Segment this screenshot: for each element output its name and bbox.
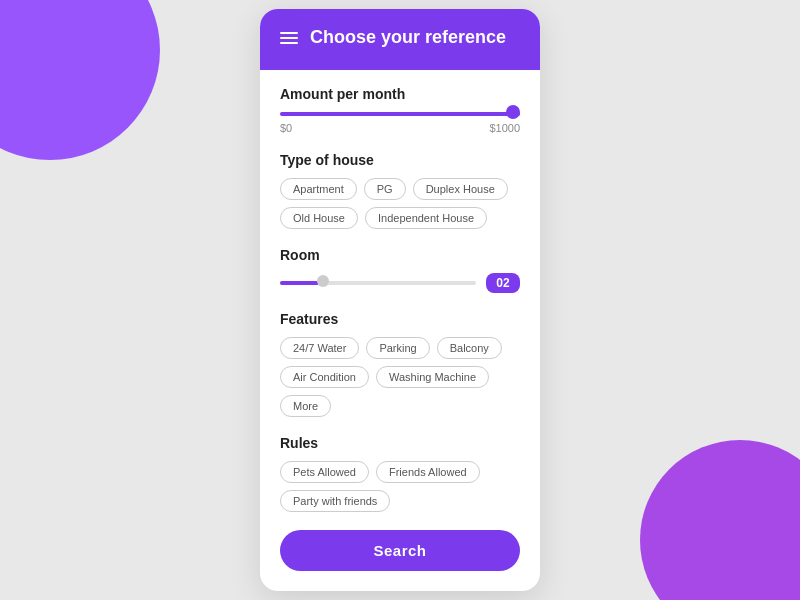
pill-duplex-house[interactable]: Duplex House	[413, 178, 508, 200]
room-slider-wrapper	[280, 281, 476, 285]
main-card: Choose your reference Amount per month $…	[260, 9, 540, 591]
pill-more[interactable]: More	[280, 395, 331, 417]
house-type-title: Type of house	[280, 152, 520, 168]
room-section: Room 02	[280, 247, 520, 293]
pill-air-condition[interactable]: Air Condition	[280, 366, 369, 388]
pill-old-house[interactable]: Old House	[280, 207, 358, 229]
search-button[interactable]: Search	[280, 530, 520, 571]
pill-friends-allowed[interactable]: Friends Allowed	[376, 461, 480, 483]
pill-pets-allowed[interactable]: Pets Allowed	[280, 461, 369, 483]
pill-independent-house[interactable]: Independent House	[365, 207, 487, 229]
amount-min-label: $0	[280, 122, 292, 134]
pill-party-with-friends[interactable]: Party with friends	[280, 490, 390, 512]
pill-water[interactable]: 24/7 Water	[280, 337, 359, 359]
amount-max-label: $1000	[489, 122, 520, 134]
card-header: Choose your reference	[260, 9, 540, 70]
pill-parking[interactable]: Parking	[366, 337, 429, 359]
amount-section-title: Amount per month	[280, 86, 520, 102]
card-body: Amount per month $0 $1000 Type of house …	[260, 70, 540, 591]
pill-apartment[interactable]: Apartment	[280, 178, 357, 200]
bg-blob-top-left	[0, 0, 160, 160]
pill-washing-machine[interactable]: Washing Machine	[376, 366, 489, 388]
room-slider-input[interactable]	[280, 281, 476, 285]
features-title: Features	[280, 311, 520, 327]
hamburger-icon[interactable]	[280, 32, 298, 44]
rules-pills: Pets Allowed Friends Allowed Party with …	[280, 461, 520, 512]
features-section: Features 24/7 Water Parking Balcony Air …	[280, 311, 520, 417]
bg-blob-bottom-right	[640, 440, 800, 600]
features-pills: 24/7 Water Parking Balcony Air Condition…	[280, 337, 520, 417]
pill-pg[interactable]: PG	[364, 178, 406, 200]
room-badge: 02	[486, 273, 520, 293]
house-type-section: Type of house Apartment PG Duplex House …	[280, 152, 520, 229]
rules-section: Rules Pets Allowed Friends Allowed Party…	[280, 435, 520, 512]
amount-section: Amount per month $0 $1000	[280, 86, 520, 134]
amount-slider-input[interactable]	[280, 112, 520, 116]
rules-title: Rules	[280, 435, 520, 451]
pill-balcony[interactable]: Balcony	[437, 337, 502, 359]
amount-range-labels: $0 $1000	[280, 122, 520, 134]
page-title: Choose your reference	[310, 27, 506, 48]
room-section-title: Room	[280, 247, 520, 263]
house-type-pills: Apartment PG Duplex House Old House Inde…	[280, 178, 520, 229]
amount-slider-container	[280, 112, 520, 116]
room-slider-row: 02	[280, 273, 520, 293]
